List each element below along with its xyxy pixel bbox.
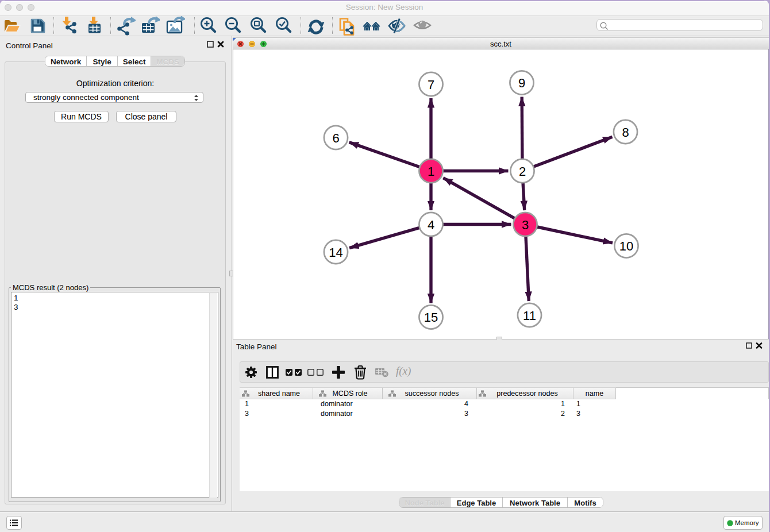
- svg-text:15: 15: [424, 310, 438, 325]
- svg-text:2: 2: [519, 164, 526, 179]
- svg-text:9: 9: [518, 76, 525, 90]
- svg-text:14: 14: [329, 245, 342, 260]
- svg-text:6: 6: [332, 131, 339, 145]
- svg-text:1: 1: [428, 164, 434, 179]
- svg-text:4: 4: [428, 218, 434, 232]
- svg-text:3: 3: [522, 218, 529, 232]
- svg-text:11: 11: [523, 309, 536, 323]
- svg-text:7: 7: [428, 78, 434, 92]
- svg-text:10: 10: [619, 239, 633, 253]
- svg-text:8: 8: [622, 125, 629, 140]
